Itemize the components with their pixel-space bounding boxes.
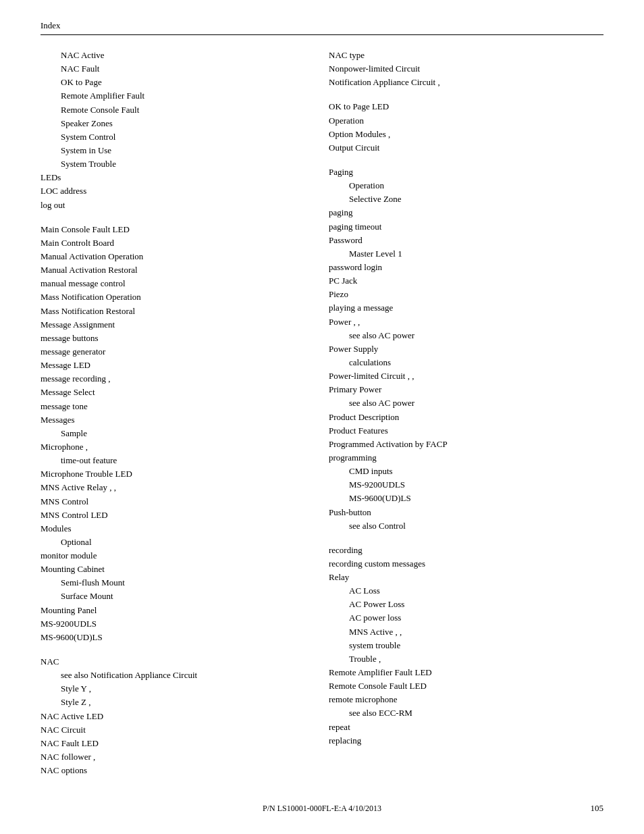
index-entry: Product Features [329,424,603,438]
index-entry: monitor module [41,549,302,563]
index-entry: AC Loss [329,584,603,598]
index-entry: time-out feature [41,454,302,467]
index-entry: Manual Activation Operation [41,250,302,263]
index-entry: recording [329,544,603,557]
index-entry: recording custom messages [329,557,603,571]
index-entry: Optional [41,536,302,549]
index-entry: NAC Fault LED [41,737,302,750]
index-entry: Programmed Activation by FACP [329,438,603,451]
index-entry: MS-9600(UD)LS [329,492,603,505]
index-entry: system trouble [329,639,603,652]
index-entry: Notification Appliance Circuit , [329,76,603,89]
index-entry: Modules [41,522,302,536]
index-entry: Remote Console Fault LED [329,679,603,693]
index-entry: AC power loss [329,611,603,625]
index-entry: NAC Circuit [41,723,302,737]
index-entry: Power Supply [329,342,603,356]
index-entry: NAC Active [41,49,302,62]
index-entry: Option Modules , [329,128,603,141]
index-entry: message tone [41,400,302,413]
index-entry: see also AC power [329,396,603,410]
index-entry: Primary Power [329,383,603,396]
index-entry: Selective Zone [329,192,603,206]
index-entry: Sample [41,427,302,440]
index-entry: message buttons [41,332,302,345]
index-entry: Messages [41,413,302,427]
page-header: Index [41,20,603,35]
index-entry: password login [329,261,603,274]
index-entry: LOC address [41,184,302,198]
index-entry: Surface Mount [41,590,302,603]
index-entry: MNS Active , , [329,625,603,639]
footer-page: 105 [591,803,604,814]
section-gap [329,533,603,544]
index-entry: repeat [329,721,603,734]
index-entry: message recording , [41,372,302,386]
index-entry: CMD inputs [329,465,603,478]
index-entry: paging timeout [329,220,603,234]
index-entry: Main Console Fault LED [41,223,302,236]
index-entry: NAC type [329,49,603,62]
index-entry: Mounting Cabinet [41,563,302,576]
index-entry: Power , , [329,315,603,329]
left-column: NAC ActiveNAC FaultOK to PageRemote Ampl… [41,49,322,777]
index-entry: programming [329,451,603,465]
index-entry: Remote Amplifier Fault LED [329,666,603,679]
index-entry: NAC Fault [41,62,302,76]
index-entry: MNS Active Relay , , [41,481,302,494]
index-entry: Message LED [41,359,302,372]
index-entry: AC Power Loss [329,598,603,611]
index-entry: Remote Console Fault [41,103,302,117]
index-entry: LEDs [41,171,302,184]
index-entry: calculations [329,356,603,369]
index-entry: Mounting Panel [41,604,302,617]
index-entry: Product Description [329,411,603,424]
index-entry: Output Circuit [329,141,603,155]
index-entry: OK to Page LED [329,100,603,113]
section-gap [329,155,603,165]
index-entry: System in Use [41,144,302,157]
index-entry: Style Y , [41,682,302,696]
index-entry: playing a message [329,301,603,315]
index-entry: remote microphone [329,693,603,706]
index-entry: Speaker Zones [41,117,302,130]
footer-center: P/N LS10001-000FL-E:A 4/10/2013 [0,804,644,814]
index-entry: NAC follower , [41,750,302,764]
index-entry: MNS Control LED [41,509,302,522]
index-entry: Operation [329,179,603,192]
section-gap [41,212,302,223]
index-entry: NAC [41,655,302,669]
index-entry: NAC options [41,764,302,777]
index-entry: Nonpower-limited Circuit [329,62,603,76]
index-entry: MS-9600(UD)LS [41,631,302,644]
index-entry: Operation [329,114,603,128]
index-entry: Main Controlt Board [41,236,302,250]
index-entry: Manual Activation Restoral [41,263,302,277]
index-entry: see also AC power [329,329,603,342]
index-entry: Paging [329,165,603,179]
index-entry: Push-button [329,506,603,519]
index-entry: Style Z , [41,696,302,709]
index-entry: Trouble , [329,652,603,666]
index-entry: System Control [41,130,302,144]
index-entry: NAC Active LED [41,710,302,723]
index-entry: Message Select [41,386,302,399]
index-entry: Remote Amplifier Fault [41,89,302,103]
index-entry: MNS Control [41,495,302,509]
index-entry: OK to Page [41,76,302,89]
section-gap [41,644,302,655]
section-gap [329,89,603,100]
index-entry: log out [41,199,302,212]
index-entry: Semi-flush Mount [41,576,302,590]
index-entry: see also Notification Appliance Circuit [41,669,302,682]
index-entry: Message Assignment [41,318,302,332]
index-entry: Microphone , [41,440,302,454]
index-entry: Piezo [329,288,603,301]
index-entry: Relay [329,571,603,584]
page: Index NAC ActiveNAC FaultOK to PageRemot… [0,0,644,834]
index-entry: System Trouble [41,157,302,171]
index-entry: Mass Notification Operation [41,290,302,304]
index-entry: MS-9200UDLS [41,617,302,631]
header-title: Index [41,20,61,31]
index-entry: Microphone Trouble LED [41,467,302,481]
